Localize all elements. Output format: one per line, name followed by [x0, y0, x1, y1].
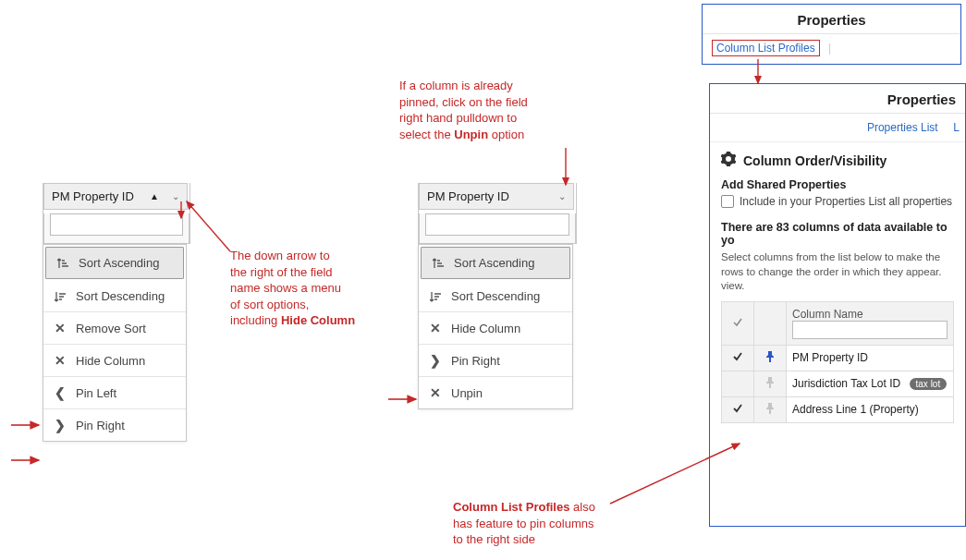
- annotation-arrows-layer: [0, 0, 966, 560]
